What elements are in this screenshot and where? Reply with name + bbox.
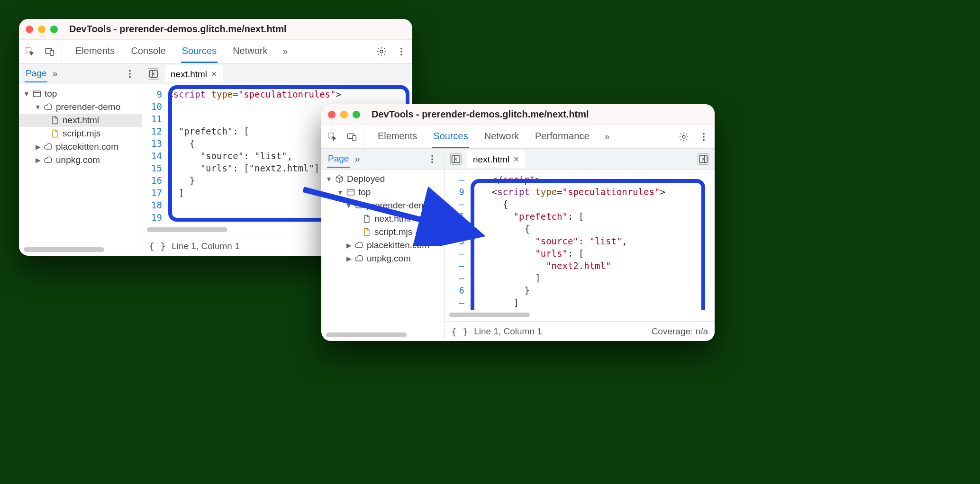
tree-domain[interactable]: ▼ prerender-demo bbox=[321, 199, 444, 212]
minimize-icon[interactable] bbox=[38, 26, 45, 33]
tree-deployed-group[interactable]: ▼ Deployed bbox=[321, 172, 444, 186]
navigator-page-tab[interactable]: Page bbox=[25, 65, 47, 82]
navigator-more-icon[interactable] bbox=[426, 153, 438, 165]
tab-sources[interactable]: Sources bbox=[181, 40, 218, 63]
cursor-position: Line 1, Column 1 bbox=[474, 326, 542, 337]
toggle-navigator-icon[interactable] bbox=[148, 68, 159, 80]
tab-elements[interactable]: Elements bbox=[74, 40, 116, 63]
disclosure-down-icon: ▼ bbox=[24, 90, 29, 98]
settings-gear-icon[interactable] bbox=[678, 131, 690, 143]
settings-gear-icon[interactable] bbox=[375, 45, 388, 58]
close-tab-icon[interactable]: ✕ bbox=[211, 70, 217, 79]
disclosure-right-icon: ▶ bbox=[35, 143, 41, 151]
svg-point-6 bbox=[400, 54, 402, 55]
tree-scrollbar[interactable] bbox=[326, 332, 439, 338]
cloud-icon bbox=[354, 201, 364, 210]
panel-tabbar: Elements Sources Network Performance » bbox=[321, 125, 715, 149]
svg-rect-24 bbox=[347, 189, 354, 195]
zoom-icon[interactable] bbox=[353, 111, 360, 118]
tree-file[interactable]: next.html bbox=[321, 212, 444, 225]
svg-point-9 bbox=[129, 76, 131, 78]
line-gutter: –9–1–3–––6–––20 bbox=[445, 170, 468, 310]
cloud-icon bbox=[44, 102, 53, 112]
tree-file[interactable]: script.mjs bbox=[19, 127, 142, 140]
more-vert-icon[interactable] bbox=[395, 45, 408, 58]
tree-label: unpkg.com bbox=[367, 253, 411, 264]
tabs-overflow-icon[interactable]: » bbox=[605, 125, 610, 148]
tab-network[interactable]: Network bbox=[483, 125, 520, 148]
tree-label: script.mjs bbox=[63, 128, 100, 139]
device-toggle-icon[interactable] bbox=[346, 131, 358, 143]
pretty-print-icon[interactable]: { } bbox=[451, 326, 468, 337]
cloud-icon bbox=[44, 155, 53, 165]
tab-elements[interactable]: Elements bbox=[377, 125, 418, 148]
editor-file-tab[interactable]: next.html ✕ bbox=[467, 151, 525, 168]
tree-domain[interactable]: ▶ unpkg.com bbox=[321, 252, 444, 265]
inspect-icon[interactable] bbox=[24, 45, 36, 58]
svg-rect-2 bbox=[50, 50, 54, 55]
statusbar: { } Line 1, Column 1 Coverage: n/a bbox=[445, 321, 715, 341]
editor-scrollbar[interactable] bbox=[449, 312, 710, 318]
toggle-navigator-icon[interactable] bbox=[450, 153, 462, 165]
tab-network[interactable]: Network bbox=[232, 40, 268, 63]
inspect-icon[interactable] bbox=[326, 131, 338, 143]
tree-domain[interactable]: ▶ placekitten.com bbox=[321, 239, 444, 252]
navigator-overflow-icon[interactable]: » bbox=[354, 153, 360, 164]
more-vert-icon[interactable] bbox=[698, 131, 710, 143]
coverage-label: Coverage: n/a bbox=[652, 326, 708, 337]
tab-console[interactable]: Console bbox=[130, 40, 166, 63]
tree-top-frame[interactable]: ▼ top bbox=[321, 186, 444, 199]
tree-label: script.mjs bbox=[374, 227, 412, 237]
navigator-overflow-icon[interactable]: » bbox=[52, 68, 57, 79]
svg-rect-10 bbox=[34, 91, 41, 97]
file-tree: ▼ top ▼ prerender-demo next.html bbox=[19, 84, 142, 244]
close-icon[interactable] bbox=[328, 111, 336, 118]
window-title: DevTools - prerender-demos.glitch.me/nex… bbox=[372, 109, 589, 120]
tree-label: Deployed bbox=[347, 174, 385, 184]
svg-point-17 bbox=[682, 135, 685, 138]
tree-domain[interactable]: ▼ prerender-demo bbox=[19, 100, 142, 114]
editor-file-tab[interactable]: next.html ✕ bbox=[165, 65, 223, 82]
toggle-debugger-icon[interactable] bbox=[698, 153, 709, 165]
navigator-tabbar: Page » bbox=[321, 149, 444, 170]
editor-tabbar: next.html ✕ bbox=[445, 149, 715, 170]
tree-label: next.html bbox=[63, 115, 99, 125]
svg-point-18 bbox=[703, 133, 705, 134]
tree-scrollbar[interactable] bbox=[24, 246, 137, 253]
tree-label: top bbox=[358, 187, 371, 197]
window-title: DevTools - prerender-demos.glitch.me/nex… bbox=[69, 24, 287, 35]
disclosure-down-icon: ▼ bbox=[346, 202, 352, 209]
svg-point-19 bbox=[703, 136, 705, 138]
tree-domain[interactable]: ▶ unpkg.com bbox=[19, 153, 142, 167]
tree-file[interactable]: next.html bbox=[19, 114, 142, 127]
cloud-icon bbox=[44, 142, 53, 152]
file-js-icon bbox=[362, 227, 372, 237]
tree-label: prerender-demo bbox=[367, 200, 431, 211]
svg-point-23 bbox=[431, 161, 433, 163]
box-icon bbox=[335, 174, 344, 184]
titlebar: DevTools - prerender-demos.glitch.me/nex… bbox=[19, 19, 412, 40]
tree-domain[interactable]: ▶ placekitten.com bbox=[19, 140, 142, 153]
svg-point-4 bbox=[400, 47, 402, 49]
traffic-lights bbox=[328, 111, 360, 118]
close-tab-icon[interactable]: ✕ bbox=[513, 155, 519, 164]
navigator-tabbar: Page » bbox=[19, 63, 142, 84]
file-tab-label: next.html bbox=[171, 69, 207, 80]
pretty-print-icon[interactable]: { } bbox=[149, 241, 166, 252]
close-icon[interactable] bbox=[26, 26, 33, 33]
svg-point-5 bbox=[400, 51, 402, 53]
navigator-more-icon[interactable] bbox=[124, 68, 136, 80]
file-tab-label: next.html bbox=[473, 154, 509, 165]
tab-performance[interactable]: Performance bbox=[534, 125, 590, 148]
disclosure-right-icon: ▶ bbox=[35, 156, 41, 164]
tree-label: unpkg.com bbox=[56, 155, 100, 165]
tree-file[interactable]: script.mjs bbox=[321, 225, 444, 239]
navigator-page-tab[interactable]: Page bbox=[327, 151, 350, 168]
tabs-overflow-icon[interactable]: » bbox=[283, 40, 288, 63]
tab-sources[interactable]: Sources bbox=[432, 125, 469, 148]
tree-top-frame[interactable]: ▼ top bbox=[19, 87, 142, 100]
minimize-icon[interactable] bbox=[340, 111, 348, 118]
zoom-icon[interactable] bbox=[50, 26, 58, 33]
code-editor[interactable]: –9–1–3–––6–––20 </script> <script type="… bbox=[445, 170, 715, 310]
device-toggle-icon[interactable] bbox=[44, 45, 56, 58]
